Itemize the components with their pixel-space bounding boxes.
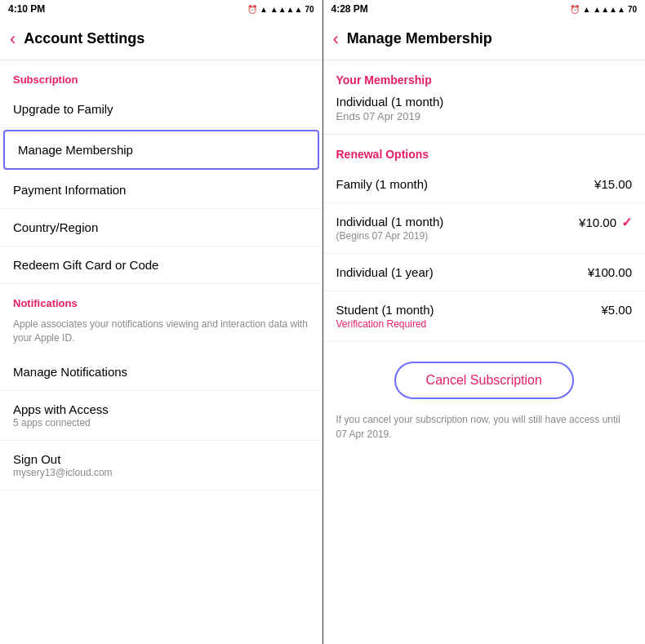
alarm-icon-r: ⏰ <box>570 5 580 14</box>
price-wrap-family: ¥15.00 <box>594 177 632 191</box>
page-title-right: Manage Membership <box>347 30 492 47</box>
your-membership-label: Your Membership <box>323 60 646 91</box>
option-info-individual-month: Individual (1 month) (Begins 07 Apr 2019… <box>336 215 580 242</box>
menu-item-apps[interactable]: Apps with Access 5 apps connected <box>0 391 322 441</box>
option-info-student: Student (1 month) Verification Required <box>336 303 602 330</box>
option-price-family: ¥15.00 <box>594 177 632 191</box>
cancel-btn-wrap: Cancel Subscription <box>323 342 646 412</box>
price-wrap-individual-year: ¥100.00 <box>588 265 632 279</box>
option-name-family: Family (1 month) <box>336 177 595 191</box>
option-name-individual-month: Individual (1 month) <box>336 215 580 229</box>
price-wrap-student: ¥5.00 <box>601 303 632 317</box>
status-bar-left: 4:10 PM ⏰ ▲ ▲▲▲▲ 70 <box>0 0 322 18</box>
option-name-student: Student (1 month) <box>336 303 602 317</box>
option-price-student: ¥5.00 <box>601 303 632 317</box>
menu-item-redeem[interactable]: Redeem Gift Card or Code <box>0 246 322 284</box>
nav-bar-right: ‹ Manage Membership <box>323 18 646 60</box>
cancel-subscription-button[interactable]: Cancel Subscription <box>394 362 574 399</box>
section-label-subscription: Subscription <box>0 60 322 91</box>
cancel-note: If you cancel your subscription now, you… <box>323 412 646 458</box>
renewal-option-family[interactable]: Family (1 month) ¥15.00 <box>323 166 646 203</box>
signout-email: mysery13@icloud.com <box>13 467 309 478</box>
battery-icon: 70 <box>305 5 314 14</box>
left-content: Subscription Upgrade to Family Manage Me… <box>0 60 322 644</box>
current-plan-expires: Ends 07 Apr 2019 <box>336 110 633 122</box>
wifi-icon: ▲ <box>260 5 268 14</box>
renewal-options-label: Renewal Options <box>323 135 646 166</box>
menu-item-manage[interactable]: Manage Membership <box>3 130 319 170</box>
apps-sublabel: 5 apps connected <box>13 417 309 429</box>
left-panel: 4:10 PM ⏰ ▲ ▲▲▲▲ 70 ‹ Account Settings S… <box>0 0 322 644</box>
verification-required-label: Verification Required <box>336 318 602 330</box>
apps-label: Apps with Access <box>13 402 309 416</box>
option-name-individual-year: Individual (1 year) <box>336 265 588 279</box>
selected-check-icon: ✓ <box>621 215 632 230</box>
time-right: 4:28 PM <box>331 3 368 15</box>
option-sub-individual-month: (Begins 07 Apr 2019) <box>336 230 580 242</box>
renewal-option-student[interactable]: Student (1 month) Verification Required … <box>323 291 646 342</box>
current-plan-name: Individual (1 month) <box>336 95 633 109</box>
signal-icon: ▲▲▲▲ <box>270 5 303 14</box>
option-info-family: Family (1 month) <box>336 177 595 191</box>
price-wrap-individual-month: ¥10.00 ✓ <box>579 215 632 230</box>
right-content: Your Membership Individual (1 month) End… <box>323 60 646 644</box>
menu-item-manage-notifications[interactable]: Manage Notifications <box>0 353 322 391</box>
current-membership: Individual (1 month) Ends 07 Apr 2019 <box>323 91 646 135</box>
notifications-description: Apple associates your notifications view… <box>0 314 322 353</box>
section-label-notifications: Notifications <box>0 284 322 314</box>
menu-item-payment[interactable]: Payment Information <box>0 171 322 209</box>
renewal-option-individual-year[interactable]: Individual (1 year) ¥100.00 <box>323 254 646 291</box>
right-panel: 4:28 PM ⏰ ▲ ▲▲▲▲ 70 ‹ Manage Membership … <box>322 0 646 644</box>
status-icons-left: ⏰ ▲ ▲▲▲▲ 70 <box>247 5 314 14</box>
wifi-icon-r: ▲ <box>582 5 590 14</box>
menu-item-upgrade[interactable]: Upgrade to Family <box>0 91 322 128</box>
nav-bar-left: ‹ Account Settings <box>0 18 322 60</box>
renewal-option-individual-month[interactable]: Individual (1 month) (Begins 07 Apr 2019… <box>323 203 646 254</box>
battery-icon-r: 70 <box>628 5 637 14</box>
time-left: 4:10 PM <box>8 3 45 15</box>
option-price-individual-year: ¥100.00 <box>588 265 632 279</box>
menu-item-signout[interactable]: Sign Out mysery13@icloud.com <box>0 441 322 491</box>
signal-icon-r: ▲▲▲▲ <box>593 5 625 14</box>
status-bar-right: 4:28 PM ⏰ ▲ ▲▲▲▲ 70 <box>323 0 646 18</box>
back-icon-right[interactable]: ‹ <box>333 30 339 48</box>
signout-label: Sign Out <box>13 452 309 466</box>
page-title-left: Account Settings <box>24 30 145 47</box>
menu-item-country[interactable]: Country/Region <box>0 209 322 246</box>
option-info-individual-year: Individual (1 year) <box>336 265 588 279</box>
back-icon-left[interactable]: ‹ <box>10 30 16 48</box>
alarm-icon: ⏰ <box>247 5 257 14</box>
status-icons-right: ⏰ ▲ ▲▲▲▲ 70 <box>570 5 637 14</box>
option-price-individual-month: ¥10.00 <box>579 215 616 229</box>
